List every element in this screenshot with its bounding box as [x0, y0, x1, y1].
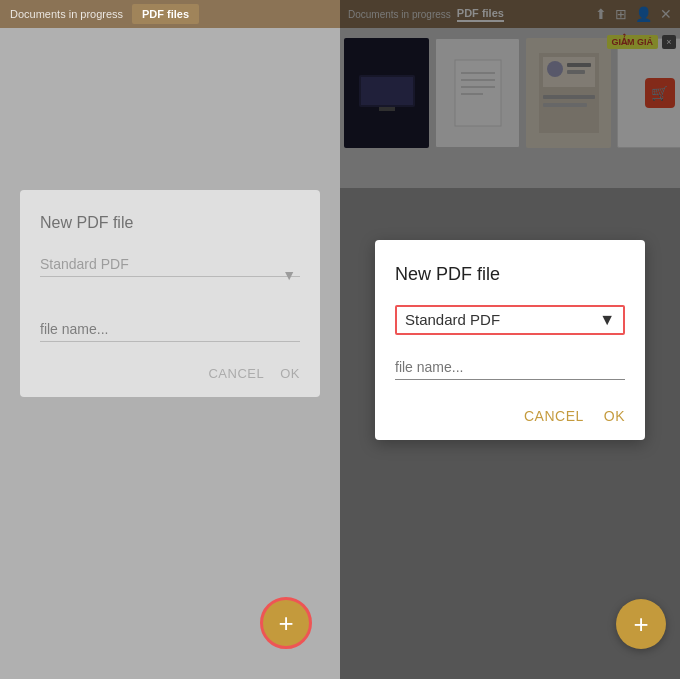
right-dialog: New PDF file Standard PDF PDF/A PDF/X ▼ … — [375, 240, 645, 440]
left-fab[interactable]: + — [260, 597, 312, 649]
right-cancel-button[interactable]: CANCEL — [524, 408, 584, 424]
left-fab-icon: + — [278, 608, 293, 639]
left-dialog: New PDF file Standard PDF ▼ CANCEL OK — [20, 190, 320, 397]
left-dialog-buttons: CANCEL OK — [40, 366, 300, 381]
left-docs-label: Documents in progress — [10, 8, 123, 20]
right-dialog-title: New PDF file — [395, 264, 625, 285]
right-panel: Documents in progress PDF files ⬆ ⊞ 👤 ✕ … — [340, 0, 680, 679]
left-dropdown[interactable]: Standard PDF — [40, 252, 300, 277]
right-dropdown[interactable]: Standard PDF PDF/A PDF/X — [405, 311, 615, 328]
left-dropdown-arrow-icon: ▼ — [282, 267, 296, 283]
right-fab-icon: + — [633, 609, 648, 640]
right-dropdown-wrapper: Standard PDF PDF/A PDF/X ▼ — [395, 305, 625, 335]
right-dropdown-arrow-icon: ▼ — [599, 311, 615, 329]
right-dialog-buttons: CANCEL OK — [395, 408, 625, 424]
left-ok-button[interactable]: OK — [280, 366, 300, 381]
right-filename-input[interactable] — [395, 355, 625, 380]
left-filename-input[interactable] — [40, 317, 300, 342]
left-dropdown-wrapper: Standard PDF ▼ — [40, 252, 300, 297]
left-pdf-tab[interactable]: PDF files — [132, 4, 199, 24]
right-dialog-overlay: New PDF file Standard PDF PDF/A PDF/X ▼ … — [340, 0, 680, 679]
left-dialog-title: New PDF file — [40, 214, 300, 232]
left-cancel-button[interactable]: CANCEL — [208, 366, 264, 381]
right-fab[interactable]: + — [616, 599, 666, 649]
right-ok-button[interactable]: OK — [604, 408, 625, 424]
left-panel: Documents in progress PDF files New PDF … — [0, 0, 340, 679]
left-top-bar: Documents in progress PDF files — [0, 0, 340, 28]
